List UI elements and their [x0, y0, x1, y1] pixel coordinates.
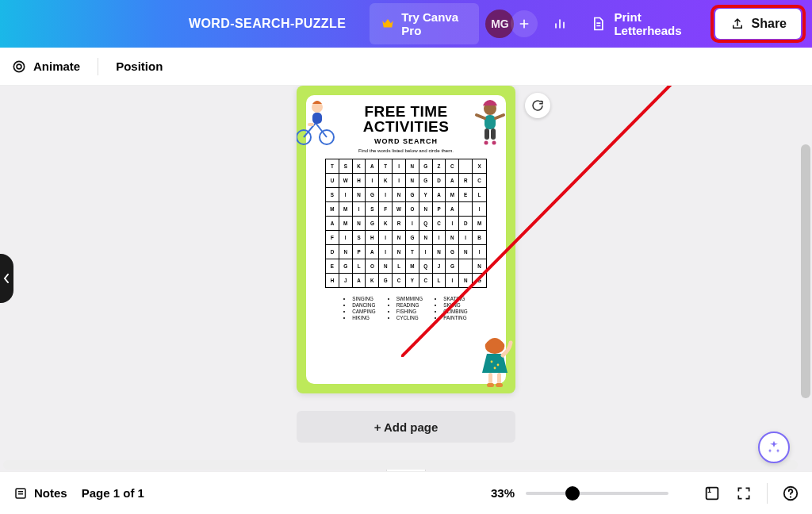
- word-item: SKATING: [443, 296, 467, 301]
- svg-point-16: [494, 367, 496, 370]
- grid-cell: N: [353, 188, 366, 201]
- bar-chart-icon: [552, 16, 568, 32]
- grid-cell: W: [339, 174, 353, 187]
- document-icon: [590, 16, 606, 32]
- grid-cell: G: [379, 274, 393, 287]
- grid-cell: M: [473, 217, 486, 230]
- scroll-thumb[interactable]: [3, 460, 798, 470]
- side-panel-expand[interactable]: [0, 254, 13, 303]
- share-label: Share: [752, 17, 787, 31]
- grid-cell: O: [406, 202, 419, 216]
- word-item: FISHING: [396, 309, 423, 314]
- zoom-percent[interactable]: 33%: [491, 486, 515, 500]
- word-item: SKIING: [443, 302, 467, 308]
- design-name[interactable]: WORD-SEARCH-PUZZLE: [189, 17, 346, 31]
- page-refresh-button[interactable]: [525, 93, 550, 118]
- animate-button[interactable]: Animate: [11, 59, 80, 75]
- grid-cell: G: [406, 188, 419, 201]
- print-button[interactable]: Print Letterheads: [582, 3, 702, 44]
- grid-view-button[interactable]: 1: [703, 485, 721, 502]
- position-button[interactable]: Position: [116, 59, 163, 73]
- grid-cell: T: [406, 245, 419, 259]
- grid-cell: N: [473, 259, 486, 273]
- vertical-scrollbar[interactable]: [801, 89, 810, 457]
- grid-cell: R: [459, 174, 473, 187]
- fullscreen-button[interactable]: [735, 485, 753, 502]
- grid-cell: A: [326, 217, 339, 230]
- grid-cell: S: [353, 231, 366, 244]
- grid-cell: T: [379, 159, 393, 173]
- horizontal-scrollbar[interactable]: [3, 460, 798, 470]
- page-indicator[interactable]: Page 1 of 1: [82, 486, 144, 500]
- svg-rect-17: [488, 373, 492, 384]
- grid-cell: X: [473, 159, 486, 173]
- grid-cell: G: [339, 259, 353, 273]
- notes-icon: [13, 485, 29, 501]
- grid-cell: N: [353, 217, 366, 230]
- grid-cell: N: [419, 231, 433, 244]
- zoom-slider-knob[interactable]: [565, 486, 580, 501]
- magic-button[interactable]: [758, 432, 790, 463]
- grid-cell: D: [459, 217, 473, 230]
- word-item: SWIMMING: [396, 296, 423, 301]
- grid-row: SINGINGYAMEL: [326, 188, 486, 202]
- grid-cell: N: [393, 231, 406, 244]
- avatar[interactable]: MG: [485, 10, 514, 38]
- notes-label: Notes: [34, 486, 67, 500]
- try-pro-button[interactable]: Try Canva Pro: [370, 3, 479, 44]
- svg-point-26: [790, 496, 791, 497]
- grid-cell: C: [473, 174, 486, 187]
- animate-icon: [11, 59, 27, 75]
- scroll-thumb[interactable]: [801, 144, 810, 398]
- collaborators: MG: [485, 10, 538, 38]
- notes-button[interactable]: Notes: [13, 485, 67, 501]
- boy-skater-illustration: [471, 99, 509, 150]
- grid-cell: J: [339, 274, 353, 287]
- grid-cell: N: [406, 159, 419, 173]
- add-page-button[interactable]: + Add page: [297, 411, 515, 443]
- grid-cell: [459, 202, 473, 216]
- grid-cell: K: [353, 159, 366, 173]
- grid-cell: A: [433, 188, 446, 201]
- word-item: CYCLING: [396, 315, 423, 320]
- word-column: SWIMMINGREADINGFISHINGCYCLING: [389, 295, 423, 321]
- grid-cell: H: [353, 174, 366, 187]
- grid-cell: I: [419, 245, 433, 259]
- grid-cell: L: [353, 259, 366, 273]
- grid-row: HJAKGCYCLING: [326, 274, 486, 287]
- grid-cell: E: [459, 188, 473, 201]
- word-item: CLIMBING: [443, 309, 467, 314]
- grid-cell: W: [393, 202, 406, 216]
- share-wrap: Share: [715, 9, 801, 39]
- top-toolbar: WORD-SEARCH-PUZZLE Try Canva Pro MG Prin…: [0, 0, 812, 48]
- grid-cell: N: [459, 274, 473, 287]
- grid-cell: I: [406, 217, 419, 230]
- try-pro-label: Try Canva Pro: [401, 10, 468, 37]
- grid-cell: I: [379, 188, 393, 201]
- svg-rect-19: [487, 383, 494, 387]
- grid-cell: N: [339, 245, 353, 259]
- grid-cell: H: [326, 274, 339, 287]
- grid-row: FISHINGNINIB: [326, 231, 486, 245]
- help-button[interactable]: [782, 485, 799, 502]
- share-button[interactable]: Share: [715, 9, 801, 39]
- grid-cell: I: [353, 202, 366, 216]
- grid-cell: I: [339, 231, 353, 244]
- svg-point-15: [497, 364, 500, 366]
- grid-cell: N: [379, 259, 393, 273]
- grid-cell: G: [366, 217, 379, 230]
- insights-button[interactable]: [544, 9, 576, 39]
- grid-row: MMISFWONPAI: [326, 202, 486, 217]
- page-canvas[interactable]: FREE TIME ACTIVITIES WORD SEARCH Find th…: [297, 86, 515, 393]
- grid-cell: I: [339, 188, 353, 201]
- grid-cell: N: [406, 174, 419, 187]
- word-item: PAINTING: [443, 315, 467, 320]
- add-collaborator-button[interactable]: [511, 10, 538, 37]
- zoom-slider[interactable]: [526, 492, 668, 495]
- grid-cell: P: [353, 245, 366, 259]
- grid-cell: C: [433, 217, 446, 230]
- grid-cell: F: [379, 202, 393, 216]
- grid-cell: N: [393, 188, 406, 201]
- canvas-area[interactable]: FREE TIME ACTIVITIES WORD SEARCH Find th…: [0, 86, 812, 471]
- svg-rect-8: [485, 115, 496, 129]
